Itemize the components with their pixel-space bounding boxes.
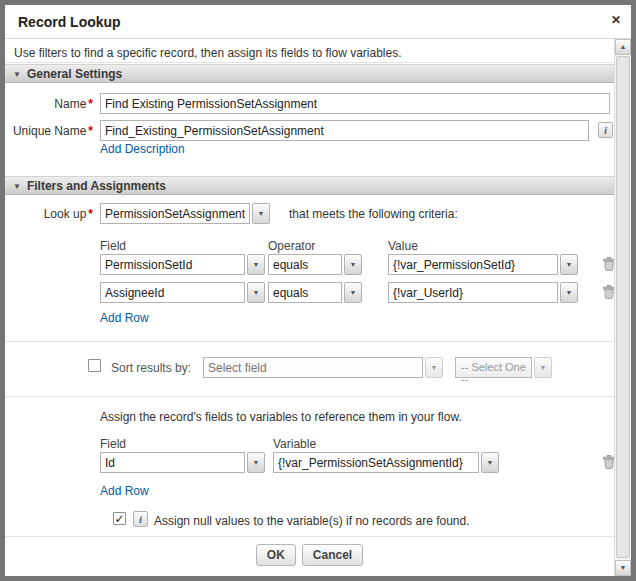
filter-value-dropdown-icon[interactable]: ▼ <box>560 282 578 303</box>
divider <box>5 341 614 342</box>
filter-operator-input[interactable] <box>268 254 342 275</box>
required-asterisk: * <box>88 207 93 221</box>
filter-value-input[interactable] <box>388 254 558 275</box>
divider <box>5 62 614 63</box>
filter-operator-dropdown-icon[interactable]: ▼ <box>344 282 362 303</box>
footer-buttons: OK Cancel <box>5 544 614 566</box>
assign-null-checkbox[interactable]: ✓ <box>113 512 126 525</box>
name-label: Name* <box>5 97 93 111</box>
column-header-field: Field <box>100 239 126 253</box>
assign-null-label: Assign null values to the variable(s) if… <box>154 514 470 528</box>
section-general-settings-label: General Settings <box>27 67 122 81</box>
unique-name-label: Unique Name* <box>5 124 93 138</box>
column-header-field: Field <box>100 437 126 451</box>
assignment-field-input[interactable] <box>100 452 245 473</box>
sort-field-combobox: ▼ <box>203 357 443 378</box>
filter-operator-combobox: ▼ <box>268 282 362 303</box>
sort-results-checkbox[interactable] <box>88 359 101 372</box>
section-filters-assignments[interactable]: ▼Filters and Assignments <box>5 176 614 195</box>
lookup-dropdown-icon[interactable]: ▼ <box>252 203 270 224</box>
lookup-input[interactable] <box>100 203 250 224</box>
criteria-text: that meets the following criteria: <box>289 207 458 221</box>
assignment-field-combobox: ▼ <box>100 452 265 473</box>
filter-value-dropdown-icon[interactable]: ▼ <box>560 254 578 275</box>
record-lookup-dialog: Record Lookup ✕ Use filters to find a sp… <box>0 0 636 581</box>
dialog-window: Record Lookup ✕ Use filters to find a sp… <box>5 5 631 576</box>
sort-results-label: Sort results by: <box>111 361 191 375</box>
dialog-body: Use filters to find a specific record, t… <box>5 39 614 576</box>
filter-value-input[interactable] <box>388 282 558 303</box>
ok-button[interactable]: OK <box>256 544 296 566</box>
filter-operator-dropdown-icon[interactable]: ▼ <box>344 254 362 275</box>
sort-order-dropdown-icon[interactable]: ▼ <box>534 357 552 378</box>
filter-value-combobox: ▼ <box>388 254 578 275</box>
scrollbar-thumb[interactable] <box>616 56 630 558</box>
scroll-down-icon[interactable]: ▼ <box>615 560 631 576</box>
section-general-settings[interactable]: ▼General Settings <box>5 64 614 83</box>
scroll-up-icon[interactable]: ▲ <box>615 39 631 55</box>
sort-field-input[interactable] <box>203 357 423 378</box>
unique-name-info-button[interactable]: i <box>598 122 613 138</box>
filter-operator-input[interactable] <box>268 282 342 303</box>
filter-value-combobox: ▼ <box>388 282 578 303</box>
column-header-operator: Operator <box>268 239 315 253</box>
lookup-combobox: ▼ <box>100 203 270 224</box>
add-row-link[interactable]: Add Row <box>100 484 149 498</box>
filter-field-dropdown-icon[interactable]: ▼ <box>247 254 265 275</box>
add-row-link[interactable]: Add Row <box>100 311 149 325</box>
dialog-titlebar: Record Lookup ✕ <box>5 5 631 39</box>
sort-order-value[interactable]: -- Select One -- <box>455 357 532 378</box>
divider <box>5 396 614 397</box>
filter-field-combobox: ▼ <box>100 254 265 275</box>
filter-field-input[interactable] <box>100 282 245 303</box>
scrollbar[interactable]: ▲ ▼ <box>614 39 631 576</box>
assignment-variable-dropdown-icon[interactable]: ▼ <box>481 452 499 473</box>
assign-null-info-button[interactable]: i <box>133 511 148 527</box>
section-filters-assignments-label: Filters and Assignments <box>27 179 166 193</box>
required-asterisk: * <box>88 97 93 111</box>
filter-field-dropdown-icon[interactable]: ▼ <box>247 282 265 303</box>
divider <box>5 536 614 537</box>
filter-field-combobox: ▼ <box>100 282 265 303</box>
dialog-title: Record Lookup <box>18 14 121 30</box>
required-asterisk: * <box>88 124 93 138</box>
lookup-label: Look up* <box>5 207 93 221</box>
filter-field-input[interactable] <box>100 254 245 275</box>
unique-name-input[interactable] <box>100 120 589 141</box>
cancel-button[interactable]: Cancel <box>302 544 363 566</box>
column-header-value: Value <box>388 239 418 253</box>
name-input[interactable] <box>100 93 610 114</box>
assignment-variable-input[interactable] <box>273 452 479 473</box>
close-icon[interactable]: ✕ <box>611 13 621 27</box>
assignments-intro-text: Assign the record's fields to variables … <box>100 410 462 424</box>
filter-operator-combobox: ▼ <box>268 254 362 275</box>
add-description-link[interactable]: Add Description <box>100 142 185 156</box>
column-header-variable: Variable <box>273 437 316 451</box>
assignment-variable-combobox: ▼ <box>273 452 499 473</box>
sort-field-dropdown-icon[interactable]: ▼ <box>425 357 443 378</box>
assignment-field-dropdown-icon[interactable]: ▼ <box>247 452 265 473</box>
collapse-icon: ▼ <box>13 178 21 196</box>
collapse-icon: ▼ <box>13 66 21 84</box>
sort-order-combobox: -- Select One -- ▼ <box>455 357 552 378</box>
dialog-intro-text: Use filters to find a specific record, t… <box>14 46 402 60</box>
